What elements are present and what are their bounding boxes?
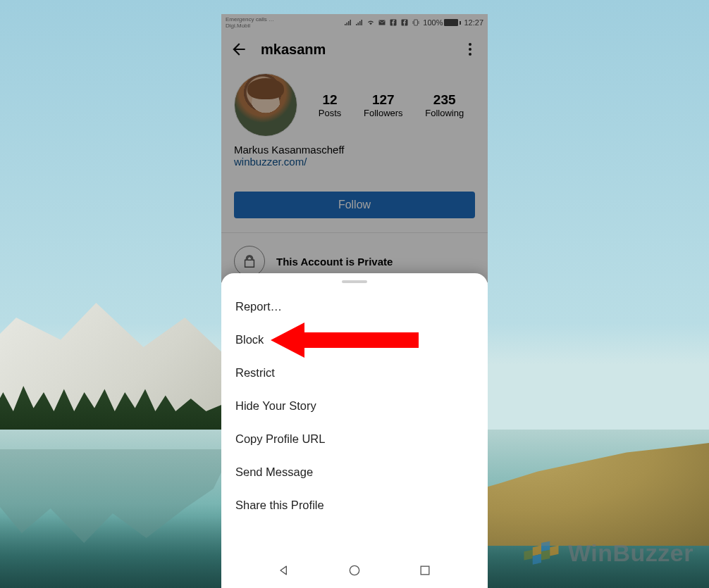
circle-home-icon bbox=[347, 563, 362, 577]
nav-home-button[interactable] bbox=[347, 563, 362, 578]
sheet-drag-handle[interactable] bbox=[342, 280, 367, 283]
watermark: WinBuzzer bbox=[522, 533, 693, 573]
sheet-item-send-message[interactable]: Send Message bbox=[221, 456, 488, 489]
sheet-item-share-profile[interactable]: Share this Profile bbox=[221, 489, 488, 522]
svg-rect-0 bbox=[524, 550, 533, 561]
svg-rect-5 bbox=[550, 546, 558, 556]
square-recent-icon bbox=[418, 563, 432, 577]
sheet-item-report[interactable]: Report… bbox=[221, 290, 488, 323]
nav-recent-button[interactable] bbox=[417, 563, 433, 578]
sheet-item-copy-url[interactable]: Copy Profile URL bbox=[221, 423, 488, 456]
modal-scrim[interactable] bbox=[221, 14, 488, 282]
svg-rect-4 bbox=[541, 550, 550, 561]
sheet-item-restrict[interactable]: Restrict bbox=[221, 356, 488, 389]
svg-point-12 bbox=[350, 565, 359, 575]
sheet-item-hide-story[interactable]: Hide Your Story bbox=[221, 389, 488, 423]
winbuzzer-logo-icon bbox=[522, 533, 561, 573]
profile-screen-dimmed: Emergency calls … Digi.Mobil 100% 12:27 bbox=[221, 14, 488, 282]
watermark-text: WinBuzzer bbox=[568, 539, 693, 567]
sheet-item-block[interactable]: Block bbox=[221, 323, 488, 356]
triangle-back-icon bbox=[277, 563, 291, 577]
options-bottom-sheet: Report… Block Restrict Hide Your Story C… bbox=[221, 273, 488, 588]
svg-rect-13 bbox=[421, 566, 429, 575]
nav-back-button[interactable] bbox=[276, 563, 292, 578]
phone-frame: Emergency calls … Digi.Mobil 100% 12:27 bbox=[221, 14, 488, 588]
svg-rect-1 bbox=[533, 546, 541, 556]
svg-rect-3 bbox=[533, 554, 541, 565]
android-nav-bar bbox=[221, 553, 488, 588]
svg-rect-2 bbox=[541, 541, 550, 551]
